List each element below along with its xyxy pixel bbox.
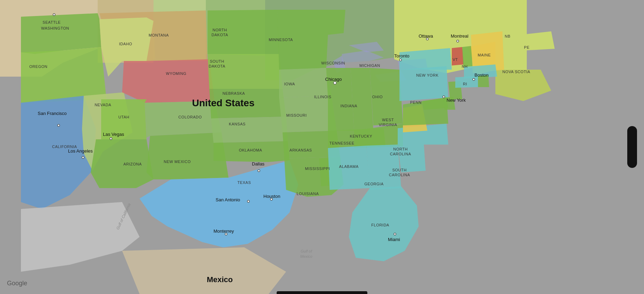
svg-point-54 [53, 14, 55, 16]
svg-point-73 [394, 233, 396, 235]
svg-point-59 [110, 138, 112, 140]
svg-text:Mexico: Mexico [207, 275, 233, 284]
scroll-indicator[interactable] [627, 126, 637, 168]
google-logo: Google [7, 280, 27, 287]
svg-point-75 [399, 59, 402, 61]
svg-point-57 [82, 156, 84, 158]
svg-point-67 [247, 200, 249, 202]
map-container[interactable]: Seattle WASHINGTON OREGON CALIFORNIA NEV… [0, 0, 644, 294]
svg-point-71 [473, 78, 475, 80]
svg-point-69 [443, 96, 445, 98]
svg-point-65 [270, 198, 272, 200]
svg-point-77 [426, 38, 428, 40]
svg-text:VT: VT [452, 57, 458, 62]
svg-text:MAINE: MAINE [478, 53, 491, 57]
map-svg: Seattle WASHINGTON OREGON CALIFORNIA NEV… [0, 0, 644, 294]
svg-point-55 [58, 124, 60, 126]
svg-point-81 [225, 233, 227, 235]
svg-text:NH: NH [462, 64, 468, 69]
svg-point-79 [457, 40, 459, 42]
svg-text:RI: RI [463, 82, 467, 86]
svg-point-63 [258, 170, 260, 172]
mexico-bottom-bar [277, 291, 367, 294]
svg-point-61 [334, 82, 336, 84]
